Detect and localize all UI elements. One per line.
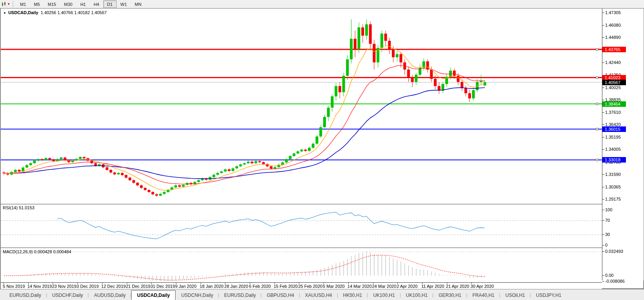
price-tick: 1.47305 <box>605 10 621 15</box>
date-label: 14 Nov 2019 <box>27 284 52 289</box>
date-label: 6 Feb 2020 <box>249 284 271 289</box>
price-tick: 1.31590 <box>605 172 621 177</box>
price-badge: 1.40567 <box>602 80 626 85</box>
toolbar-grip <box>13 1 15 7</box>
chart-tab-usdchf-daily[interactable]: USDCHF,Daily <box>47 291 89 300</box>
timeframe-button-m15[interactable]: M15 <box>44 0 60 8</box>
price-badge: 1.36015 <box>602 126 626 132</box>
hline-1.43765[interactable] <box>1 48 602 50</box>
horizontal-lines <box>1 48 602 161</box>
price-badge: 1.43765 <box>602 47 626 52</box>
chart-tab-usoil-h1[interactable]: USOil,H1 <box>500 291 531 300</box>
mt4-window: ▼ M1M5M15M30H1H4D1W1MN ▼USDCAD,Daily 1.4… <box>0 0 644 300</box>
timeframe-button-d1[interactable]: D1 <box>103 0 117 8</box>
chart-tab-fra40-h1[interactable]: FRA40,H1 <box>467 291 500 300</box>
date-label: 25 Feb 2020 <box>298 284 322 289</box>
chart-tab-gbpusd-h4[interactable]: GBPUSD,H4 <box>261 291 299 300</box>
price-tick: 1.46080 <box>605 23 621 27</box>
hline-1.36015[interactable] <box>1 128 602 130</box>
price-tick: 1.30365 <box>605 185 621 189</box>
date-label: 24 Mar 2020 <box>372 284 397 289</box>
hline-1.33018[interactable] <box>1 159 602 161</box>
chart-area: ▼USDCAD,Daily 1.40256 1.40766 1.40182 1.… <box>0 8 644 289</box>
date-label: 21 Dec 2019 <box>126 284 150 289</box>
rsi-label: RSI(14) 51.0153 <box>3 205 35 210</box>
chart-tab-usdjpy-h1[interactable]: USDJPY,H1 <box>531 291 567 300</box>
date-label: 23 Nov 2019 <box>52 284 76 289</box>
date-label: 15 Feb 2020 <box>274 284 298 289</box>
date-label: 5 Mar 2020 <box>323 284 345 289</box>
date-label: 2 Apr 2020 <box>397 284 417 289</box>
timeframe-buttons: M1M5M15M30H1H4D1W1MN <box>16 0 145 8</box>
timeframe-toolbar: ▼ M1M5M15M30H1H4D1W1MN <box>0 0 644 8</box>
date-label: 14 Mar 2020 <box>348 284 372 289</box>
chart-type-icon[interactable]: ▼ <box>1 1 11 7</box>
date-label: 30 Apr 2020 <box>470 284 494 289</box>
ma-fast-line <box>4 46 485 190</box>
chart-tab-audusd-daily[interactable]: AUDUSD,Daily <box>88 291 131 300</box>
candles-layer <box>3 19 487 197</box>
price-badge: 1.33018 <box>602 157 626 163</box>
date-label: 9 Jan 2020 <box>175 284 196 289</box>
date-label: 28 Jan 2020 <box>224 284 248 289</box>
candlestick-glyph <box>2 2 7 7</box>
price-tick: 1.42440 <box>605 60 621 65</box>
symbol-period-label: USDCAD,Daily <box>8 10 38 15</box>
date-label: 31 Dec 2019 <box>150 284 175 289</box>
chart-tabs-bar: EURUSD,DailyUSDCHF,DailyAUDUSD,DailyUSDC… <box>0 289 644 300</box>
date-label: 18 Jan 2020 <box>200 284 224 289</box>
timeframe-button-m5[interactable]: M5 <box>30 0 44 8</box>
rsi-tick: 100 <box>605 207 612 212</box>
price-badge: 1.38464 <box>602 101 626 107</box>
chevron-down-icon: ▼ <box>7 2 10 6</box>
chart-tab-uk100-h1[interactable]: UK100,H1 <box>401 291 433 300</box>
rsi-tick: 70 <box>605 218 610 223</box>
macd-signal-line <box>4 255 485 280</box>
price-tick: 1.34005 <box>605 147 621 152</box>
chart-tab-hk50-h1[interactable]: HK50,H1 <box>338 291 368 300</box>
chart-tab-uk100-h1[interactable]: UK100,H1 <box>368 291 400 300</box>
macd-tick: 0.00 <box>605 273 613 278</box>
macd-histogram <box>4 251 485 281</box>
macd-tick: -0.008086 <box>605 279 625 284</box>
chart-tab-xauusd-h4[interactable]: XAUUSD,H4 <box>300 291 338 300</box>
timeframe-button-m1[interactable]: M1 <box>16 0 30 8</box>
rsi-tick: 0 <box>605 243 607 247</box>
date-label: 21 Apr 2020 <box>446 284 469 289</box>
macd-label: MACD(12,26,9) 0.000428 0.000484 <box>3 249 71 254</box>
price-axis[interactable]: 1.473051.460801.448901.436651.424401.412… <box>602 9 644 280</box>
rsi-pane[interactable] <box>1 205 602 247</box>
date-label: 11 Apr 2020 <box>421 284 445 289</box>
price-tick: 1.40025 <box>605 85 621 90</box>
price-tick: 1.29175 <box>605 197 621 201</box>
macd-tick: 0.032493 <box>605 249 623 254</box>
timeframe-button-h4[interactable]: H4 <box>90 0 103 8</box>
chart-tab-usdcad-daily[interactable]: USDCAD,Daily <box>131 290 176 300</box>
price-tick: 1.37610 <box>605 110 621 115</box>
macd-pane[interactable] <box>1 249 602 282</box>
date-label: 12 Dec 2019 <box>101 284 126 289</box>
rsi-tick: 30 <box>605 232 610 237</box>
ma-mid-line <box>4 66 485 184</box>
chart-tab-usdcnh-daily[interactable]: USDCNH,Daily <box>176 291 218 300</box>
timeframe-button-w1[interactable]: W1 <box>117 0 131 8</box>
hline-1.38464[interactable] <box>1 103 602 105</box>
chart-tab-ger30-h1[interactable]: GER30,H1 <box>433 291 467 300</box>
chart-tab-eurusd-daily[interactable]: EURUSD,Daily <box>219 291 262 300</box>
date-label: 3 Dec 2019 <box>77 284 99 289</box>
ohlc-values: 1.40256 1.40766 1.40182 1.40567 <box>40 10 106 15</box>
price-pane[interactable] <box>1 9 602 204</box>
timeframe-button-m30[interactable]: M30 <box>60 0 76 8</box>
date-label: 5 Nov 2019 <box>3 284 25 289</box>
chevron-down-icon[interactable]: ▼ <box>3 11 6 15</box>
chart-title: ▼USDCAD,Daily 1.40256 1.40766 1.40182 1.… <box>3 10 107 15</box>
timeframe-button-h1[interactable]: H1 <box>76 0 90 8</box>
price-tick: 1.35195 <box>605 135 621 139</box>
time-axis[interactable]: 5 Nov 201914 Nov 201923 Nov 20193 Dec 20… <box>1 282 602 289</box>
hline-1.41023[interactable] <box>1 77 602 79</box>
chart-tab-eurusd-daily[interactable]: EURUSD,Daily <box>4 291 47 300</box>
price-tick: 1.44890 <box>605 35 621 40</box>
timeframe-button-mn[interactable]: MN <box>131 0 145 8</box>
